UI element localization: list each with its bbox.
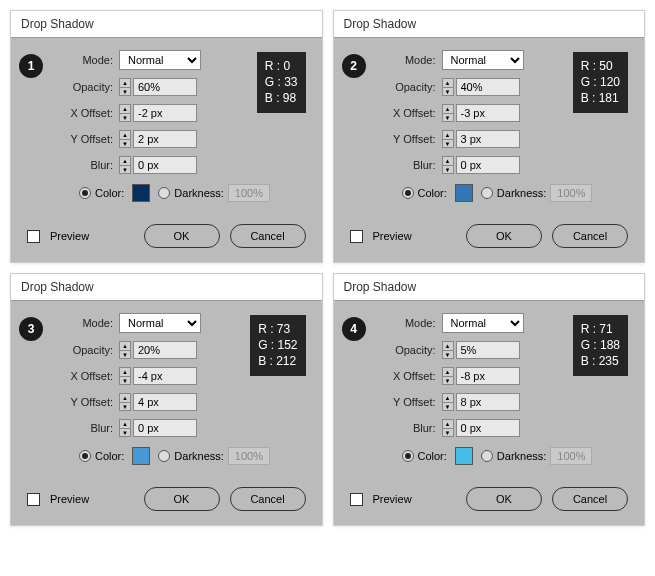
ok-button[interactable]: OK [466,224,542,248]
color-swatch[interactable] [132,447,150,465]
cancel-button[interactable]: Cancel [230,487,306,511]
yoffset-stepper[interactable]: ▲▼ [119,130,131,148]
rgb-readout: R : 50 G : 120 B : 181 [573,52,628,113]
darkness-label: Darkness: [497,450,547,462]
preview-checkbox[interactable] [350,493,363,506]
mode-label: Mode: [378,54,436,66]
blur-label: Blur: [55,159,113,171]
blur-input[interactable] [456,419,520,437]
color-radio[interactable] [79,450,91,462]
yoffset-input[interactable] [456,130,520,148]
xoffset-label: X Offset: [378,370,436,382]
step-badge: 4 [342,317,366,341]
color-radio[interactable] [79,187,91,199]
drop-shadow-panel: Drop Shadow 3 Mode: Normal Opacity: ▲▼ X… [10,273,323,526]
xoffset-stepper[interactable]: ▲▼ [119,104,131,122]
opacity-input[interactable] [456,341,520,359]
xoffset-label: X Offset: [378,107,436,119]
mode-select[interactable]: Normal [442,313,524,333]
rgb-readout: R : 0 G : 33 B : 98 [257,52,306,113]
blur-stepper[interactable]: ▲▼ [442,156,454,174]
opacity-stepper[interactable]: ▲▼ [119,341,131,359]
cancel-button[interactable]: Cancel [552,487,628,511]
darkness-radio[interactable] [158,450,170,462]
opacity-label: Opacity: [55,81,113,93]
cancel-button[interactable]: Cancel [230,224,306,248]
darkness-radio[interactable] [158,187,170,199]
darkness-radio[interactable] [481,450,493,462]
opacity-stepper[interactable]: ▲▼ [442,341,454,359]
xoffset-label: X Offset: [55,370,113,382]
xoffset-input[interactable] [456,367,520,385]
yoffset-stepper[interactable]: ▲▼ [119,393,131,411]
blur-label: Blur: [378,159,436,171]
yoffset-label: Y Offset: [55,396,113,408]
opacity-label: Opacity: [378,81,436,93]
drop-shadow-panel: Drop Shadow 4 Mode: Normal Opacity: ▲▼ X… [333,273,646,526]
preview-checkbox[interactable] [350,230,363,243]
blur-stepper[interactable]: ▲▼ [442,419,454,437]
preview-label: Preview [50,493,89,505]
cancel-button[interactable]: Cancel [552,224,628,248]
xoffset-stepper[interactable]: ▲▼ [119,367,131,385]
ok-button[interactable]: OK [144,224,220,248]
color-label: Color: [95,187,124,199]
mode-select[interactable]: Normal [119,313,201,333]
blur-stepper[interactable]: ▲▼ [119,419,131,437]
step-badge: 2 [342,54,366,78]
drop-shadow-panel: Drop Shadow 1 Mode: Normal Opacity: ▲▼ X… [10,10,323,263]
panel-title: Drop Shadow [334,11,645,38]
preview-checkbox[interactable] [27,230,40,243]
xoffset-input[interactable] [133,367,197,385]
opacity-input[interactable] [133,341,197,359]
mode-select[interactable]: Normal [442,50,524,70]
panel-title: Drop Shadow [334,274,645,301]
yoffset-input[interactable] [456,393,520,411]
xoffset-input[interactable] [133,104,197,122]
color-radio[interactable] [402,187,414,199]
yoffset-input[interactable] [133,130,197,148]
opacity-stepper[interactable]: ▲▼ [119,78,131,96]
xoffset-stepper[interactable]: ▲▼ [442,104,454,122]
darkness-input [228,447,270,465]
mode-select[interactable]: Normal [119,50,201,70]
yoffset-label: Y Offset: [378,396,436,408]
yoffset-stepper[interactable]: ▲▼ [442,130,454,148]
preview-checkbox[interactable] [27,493,40,506]
drop-shadow-panel: Drop Shadow 2 Mode: Normal Opacity: ▲▼ X… [333,10,646,263]
xoffset-input[interactable] [456,104,520,122]
mode-label: Mode: [55,54,113,66]
yoffset-input[interactable] [133,393,197,411]
step-badge: 3 [19,317,43,341]
darkness-input [550,447,592,465]
color-radio[interactable] [402,450,414,462]
blur-input[interactable] [456,156,520,174]
color-swatch[interactable] [132,184,150,202]
darkness-label: Darkness: [497,187,547,199]
rgb-readout: R : 73 G : 152 B : 212 [250,315,305,376]
blur-input[interactable] [133,156,197,174]
mode-label: Mode: [55,317,113,329]
step-badge: 1 [19,54,43,78]
opacity-label: Opacity: [378,344,436,356]
color-swatch[interactable] [455,184,473,202]
color-label: Color: [418,187,447,199]
panel-title: Drop Shadow [11,11,322,38]
ok-button[interactable]: OK [466,487,542,511]
blur-stepper[interactable]: ▲▼ [119,156,131,174]
blur-label: Blur: [55,422,113,434]
opacity-stepper[interactable]: ▲▼ [442,78,454,96]
blur-label: Blur: [378,422,436,434]
ok-button[interactable]: OK [144,487,220,511]
preview-label: Preview [50,230,89,242]
color-label: Color: [418,450,447,462]
xoffset-stepper[interactable]: ▲▼ [442,367,454,385]
preview-label: Preview [373,230,412,242]
darkness-radio[interactable] [481,187,493,199]
opacity-input[interactable] [456,78,520,96]
yoffset-stepper[interactable]: ▲▼ [442,393,454,411]
color-swatch[interactable] [455,447,473,465]
darkness-label: Darkness: [174,450,224,462]
opacity-input[interactable] [133,78,197,96]
blur-input[interactable] [133,419,197,437]
